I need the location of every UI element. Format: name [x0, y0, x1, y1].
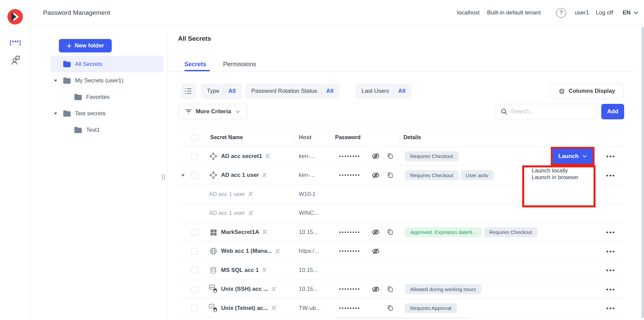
row-actions-button[interactable]: •••: [606, 248, 615, 254]
host-link[interactable]: localhost: [457, 9, 479, 16]
language-selector[interactable]: EN: [622, 9, 631, 16]
pane-divider: [167, 32, 168, 318]
secret-name[interactable]: MarkSecret1A: [221, 229, 259, 236]
menu-item-launch-in-browser[interactable]: Launch in browser: [524, 174, 594, 181]
secret-name[interactable]: MS SQL acc 1: [221, 267, 259, 274]
copy-password-icon[interactable]: [387, 153, 394, 160]
secret-name[interactable]: AD acc 1 user: [221, 172, 259, 178]
tab-secrets[interactable]: Secrets: [184, 61, 206, 68]
more-criteria-button[interactable]: More Criteria: [178, 104, 247, 119]
logoff-button[interactable]: Log off: [596, 9, 613, 16]
host-value: ken-...: [294, 172, 329, 178]
secret-name[interactable]: Unix (Telnet) ac...: [221, 305, 268, 312]
host-value: 10.15...: [294, 229, 329, 236]
username-label[interactable]: user1: [575, 9, 589, 16]
row-checkbox[interactable]: [191, 305, 198, 312]
row-actions-button[interactable]: •••: [606, 229, 615, 235]
filter-value[interactable]: All: [326, 88, 334, 94]
personal-account-icon: [265, 153, 271, 159]
select-all-checkbox[interactable]: [191, 134, 198, 141]
tree-expand-icon[interactable]: [54, 80, 57, 82]
table-row: MarkSecret1A10.15...••••••••Approved. Ex…: [178, 223, 624, 242]
new-folder-button[interactable]: New folder: [59, 39, 112, 52]
view-list-button[interactable]: [181, 83, 195, 99]
row-actions-button[interactable]: •••: [606, 286, 615, 292]
row-checkbox[interactable]: [191, 248, 198, 255]
copy-password-icon[interactable]: [387, 172, 394, 179]
table-row: MS SQL acc 110.15...•••: [178, 261, 624, 280]
windows-icon: [209, 229, 218, 236]
reveal-password-icon[interactable]: [371, 171, 380, 179]
search-box[interactable]: [496, 104, 597, 119]
column-header-details[interactable]: Details: [399, 128, 552, 147]
columns-display-button[interactable]: ⚙ Columns Display: [550, 83, 623, 99]
copy-password-icon[interactable]: [387, 229, 394, 236]
tree-expand-icon[interactable]: [54, 113, 57, 115]
vertical-scrollbar[interactable]: [642, 27, 644, 318]
secret-name[interactable]: Unix (SSH) acc ...: [221, 286, 268, 292]
row-checkbox[interactable]: [191, 153, 198, 160]
row-actions-button[interactable]: •••: [606, 267, 615, 273]
copy-password-icon[interactable]: [387, 305, 394, 312]
reveal-password-icon[interactable]: [371, 285, 380, 293]
tab-permissions[interactable]: Permissions: [223, 61, 256, 68]
row-checkbox[interactable]: [191, 286, 198, 293]
filter-value[interactable]: All: [398, 88, 405, 94]
password-module-icon[interactable]: [***]: [0, 40, 31, 46]
personal-account-icon: [248, 191, 254, 197]
host-value: ken-...: [294, 153, 329, 160]
row-checkbox[interactable]: [191, 229, 198, 236]
reveal-password-icon[interactable]: [371, 228, 380, 236]
password-mask: ••••••••: [339, 154, 365, 159]
add-button[interactable]: Add: [601, 104, 624, 119]
column-header-host[interactable]: Host: [294, 128, 329, 147]
tenant-link[interactable]: Built-in default tenant: [487, 9, 541, 16]
column-header-secret-name[interactable]: Secret Name: [205, 128, 294, 147]
filter-type-chip[interactable]: Type All: [201, 83, 242, 99]
tree-item-all-secrets[interactable]: All Secrets: [50, 56, 163, 72]
tree-item-label: Favorites: [86, 94, 110, 101]
table-row: Web acc 1 (Mana...https:/...•••••••••••: [178, 242, 624, 261]
secret-name[interactable]: Web acc 1 (Mana...: [221, 248, 272, 254]
menu-item-launch-locally[interactable]: Launch locally: [524, 167, 594, 174]
row-checkbox[interactable]: [191, 267, 198, 274]
filter-value[interactable]: All: [228, 88, 236, 94]
filter-lines-icon: [185, 109, 192, 114]
launch-annotation-box: Launch: [551, 147, 595, 165]
search-input[interactable]: [511, 108, 592, 115]
row-actions-button[interactable]: •••: [606, 153, 615, 159]
reveal-password-icon[interactable]: [371, 152, 380, 160]
filter-label: Type: [207, 88, 219, 94]
help-icon[interactable]: ?: [556, 8, 566, 18]
host-value: TW-ub...: [294, 305, 329, 312]
tree-item-favorites[interactable]: Favorites: [50, 89, 163, 105]
row-actions-button[interactable]: •••: [606, 305, 615, 311]
tree-item-test1[interactable]: Test1: [50, 122, 163, 138]
secret-name: AD acc 1 user: [209, 210, 245, 216]
folder-icon: [74, 126, 82, 133]
top-bar: Password Management localhost Built-in d…: [0, 0, 644, 26]
chevron-down-icon: [235, 110, 240, 113]
expand-caret-icon[interactable]: [181, 174, 185, 176]
tree-item-label: My Secrets (user1): [75, 77, 123, 84]
table-row: SSHUnix (SSH) acc ...10.15...••••••••All…: [178, 280, 624, 299]
horizontal-scrollbar[interactable]: [336, 318, 468, 320]
copy-password-icon[interactable]: [387, 286, 394, 293]
pane-resize-handle[interactable]: [162, 174, 165, 180]
user-analytics-icon[interactable]: ?: [0, 55, 31, 66]
row-checkbox[interactable]: [191, 172, 198, 179]
row-actions-button[interactable]: •••: [606, 172, 615, 178]
web-icon: [209, 247, 218, 255]
filter-rotation-chip[interactable]: Password Rotation Status All: [245, 83, 339, 99]
chevron-down-icon[interactable]: [633, 9, 639, 16]
column-header-password[interactable]: Password: [329, 128, 399, 147]
brand-logo-icon[interactable]: [7, 9, 23, 26]
filter-lastusers-chip[interactable]: Last Users All: [356, 83, 412, 99]
reveal-password-icon[interactable]: [371, 247, 380, 255]
personal-account-icon: [262, 172, 267, 178]
tree-item-my-secrets-user1[interactable]: My Secrets (user1): [50, 72, 163, 89]
launch-button[interactable]: Launch: [552, 149, 593, 164]
personal-account-icon: [262, 229, 268, 235]
secret-name[interactable]: AD acc secret1: [221, 153, 262, 160]
tree-item-test-secrets[interactable]: Test secrets: [50, 105, 163, 122]
